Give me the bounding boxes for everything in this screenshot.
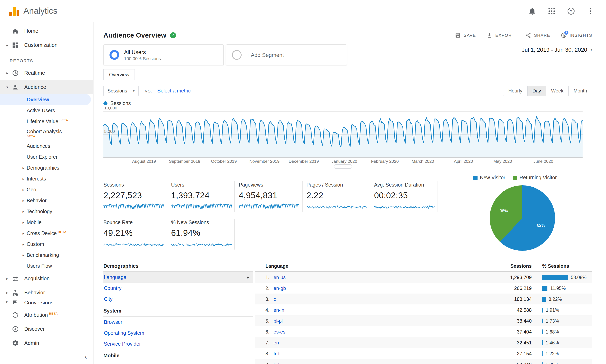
chevron-right-icon[interactable]: ▸: [21, 220, 26, 224]
chevron-right-icon[interactable]: ▸: [21, 177, 26, 181]
metric-card-new-sessions[interactable]: % New Sessions61.94%: [171, 218, 239, 256]
apps-grid-icon[interactable]: [547, 7, 556, 15]
pct-sessions-value: 1.91%: [546, 308, 559, 312]
sidebar-item-audiences[interactable]: Audiences: [0, 141, 93, 151]
sidebar-item-discover[interactable]: Discover: [0, 322, 93, 336]
pct-sessions-bar: [542, 329, 543, 334]
chevron-right-icon[interactable]: ▸: [21, 198, 26, 203]
export-button[interactable]: EXPORT: [487, 32, 515, 38]
sidebar-item-geo[interactable]: ▸Geo: [0, 184, 93, 195]
chevron-right-icon[interactable]: ▸: [21, 209, 26, 213]
granularity-month[interactable]: Month: [568, 86, 592, 95]
legend-label: Returning Visitor: [520, 175, 557, 181]
share-button[interactable]: SHARE: [525, 32, 550, 38]
more-vert-icon[interactable]: [586, 7, 595, 15]
chevron-right-icon[interactable]: ▸: [4, 299, 11, 304]
granularity-day[interactable]: Day: [527, 86, 546, 95]
select-metric-link[interactable]: Select a metric: [157, 88, 191, 93]
attribution-icon: [12, 311, 19, 318]
visitors-pie[interactable]: 62%38%: [490, 185, 555, 251]
sidebar-item-cross-device[interactable]: ▸Cross DeviceBETA: [0, 228, 93, 239]
tab-overview[interactable]: Overview: [104, 69, 135, 80]
sidebar-item-user-explorer[interactable]: User Explorer: [0, 151, 93, 162]
metric-label: Sessions: [104, 182, 171, 188]
date-range-picker[interactable]: Jul 1, 2019 - Jun 30, 2020 ▾: [522, 46, 592, 53]
sidebar-item-custom[interactable]: ▸Custom: [0, 239, 93, 249]
column-header-language[interactable]: Language: [255, 263, 472, 269]
metric-card-pageviews[interactable]: Pageviews4,954,831: [239, 181, 306, 218]
sidebar-item-benchmarking[interactable]: ▸Benchmarking: [0, 249, 93, 260]
help-icon[interactable]: ?: [567, 7, 575, 15]
sidebar-item-behavior[interactable]: ▸Behavior: [0, 286, 93, 299]
sidebar-item-attribution[interactable]: AttributionBETA: [0, 308, 93, 322]
metric-card-avg-session-duration[interactable]: Avg. Session Duration00:02:35: [374, 181, 442, 218]
chevron-right-icon[interactable]: ▸: [21, 231, 26, 235]
explorer-item-demographics-language[interactable]: Language▸: [104, 272, 253, 283]
chevron-right-icon[interactable]: ▸: [4, 71, 11, 75]
language-link[interactable]: c: [274, 296, 276, 302]
explorer-item-demographics-city[interactable]: City: [104, 294, 253, 304]
sidebar-item-mobile[interactable]: ▸Mobile: [0, 217, 93, 228]
insights-button[interactable]: INSIGHTS?: [561, 32, 592, 38]
chevron-right-icon[interactable]: ▸: [4, 276, 11, 280]
chevron-right-icon[interactable]: ▸: [21, 166, 26, 170]
date-range-text: Jul 1, 2019 - Jun 30, 2020: [522, 46, 587, 53]
sidebar-item-admin[interactable]: Admin: [0, 336, 93, 350]
sidebar-item-interests[interactable]: ▸Interests: [0, 173, 93, 184]
language-link[interactable]: en-in: [274, 307, 284, 313]
notifications-icon[interactable]: [528, 7, 537, 15]
sessions-chart[interactable]: [104, 111, 582, 158]
column-header-sessions[interactable]: Sessions: [472, 263, 537, 269]
metric-card-bounce-rate[interactable]: Bounce Rate49.21%: [104, 218, 171, 256]
sidebar-item-overview[interactable]: Overview: [0, 94, 91, 105]
metric-card-sessions[interactable]: Sessions2,227,523: [104, 181, 171, 218]
language-link[interactable]: en-gb: [274, 285, 286, 291]
sidebar-item-demographics[interactable]: ▸Demographics: [0, 162, 93, 173]
language-link[interactable]: en-us: [274, 274, 286, 280]
granularity-hourly[interactable]: Hourly: [503, 86, 527, 95]
sidebar-item-audience[interactable]: ▾Audience: [0, 80, 93, 94]
chevron-down-icon[interactable]: ▾: [4, 85, 11, 89]
column-header-pct-sessions[interactable]: % Sessions: [537, 263, 592, 269]
sidebar-item-users-flow[interactable]: Users Flow: [0, 260, 93, 271]
language-link[interactable]: en: [274, 340, 279, 345]
explorer-item-mobile-operating-system[interactable]: Operating System: [104, 361, 253, 364]
sidebar-item-customization[interactable]: ▸Customization: [0, 38, 93, 52]
sidebar-item-label: Custom: [27, 241, 44, 247]
chevron-right-icon[interactable]: ▸: [4, 290, 11, 295]
metric-card-users[interactable]: Users1,393,724: [171, 181, 239, 218]
granularity-week[interactable]: Week: [546, 86, 568, 95]
metric-select-dropdown[interactable]: Sessions ▾: [104, 85, 139, 96]
chevron-right-icon[interactable]: ▸: [21, 188, 26, 192]
legend-item-returning-visitor: Returning Visitor: [513, 175, 557, 181]
sidebar-item-active-users[interactable]: Active Users: [0, 105, 93, 116]
language-link[interactable]: fr-fr: [274, 351, 281, 356]
chart-range-scrubber[interactable]: [334, 164, 352, 169]
sidebar-item-home[interactable]: Home: [0, 24, 93, 38]
sidebar-item-cohort-analysis[interactable]: Cohort AnalysisBETA: [0, 127, 93, 141]
pct-sessions-value: 1.46%: [546, 340, 559, 345]
sidebar-item-technology[interactable]: ▸Technology: [0, 206, 93, 217]
language-link[interactable]: es-es: [274, 329, 285, 335]
sidebar-collapse-button[interactable]: ‹: [85, 353, 87, 361]
chevron-right-icon[interactable]: ▸: [4, 43, 11, 47]
sidebar-item-lifetime-value[interactable]: Lifetime ValueBETA: [0, 116, 93, 127]
add-segment-button[interactable]: + Add Segment: [226, 44, 347, 65]
explorer-item-demographics-country[interactable]: Country: [104, 283, 253, 294]
explorer-item-system-operating-system[interactable]: Operating System: [104, 327, 253, 338]
save-button[interactable]: SAVE: [455, 32, 476, 38]
sidebar-item-conversions[interactable]: ▸Conversions: [0, 299, 93, 304]
chevron-right-icon[interactable]: ▸: [21, 253, 26, 257]
sidebar-item-behavior[interactable]: ▸Behavior: [0, 195, 93, 206]
explorer-item-system-service-provider[interactable]: Service Provider: [104, 338, 253, 349]
sidebar-item-acquisition[interactable]: ▸Acquisition: [0, 271, 93, 286]
table-row-fr-fr: 8.fr-fr27,1541.22%: [255, 348, 592, 359]
language-link[interactable]: pl-pl: [274, 318, 283, 324]
analytics-home-link[interactable]: Analytics: [0, 6, 57, 16]
sidebar-item-realtime[interactable]: ▸Realtime: [0, 66, 93, 80]
chevron-right-icon[interactable]: ▸: [21, 242, 26, 246]
language-link[interactable]: tr-tr: [274, 362, 281, 364]
explorer-item-system-browser[interactable]: Browser: [104, 317, 253, 327]
segment-all-users[interactable]: All Users 100.00% Sessions: [104, 44, 224, 65]
metric-card-pages-session[interactable]: Pages / Session2.22: [306, 181, 374, 218]
